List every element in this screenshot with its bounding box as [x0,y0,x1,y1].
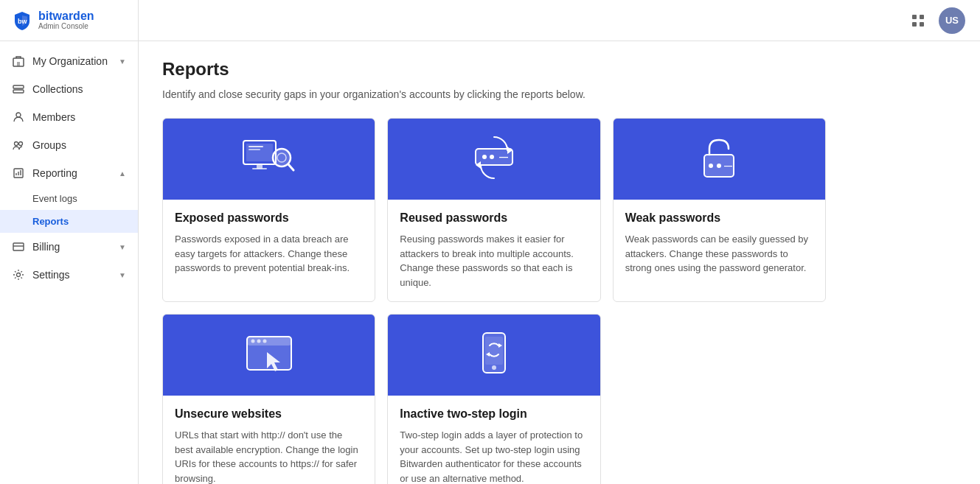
logo-name: bitwarden [38,10,94,23]
sidebar-item-groups-label: Groups [32,139,126,151]
report-card-reused-passwords[interactable]: — Reused passwords Reusing passwords mak… [387,118,600,302]
reporting-icon [12,166,25,180]
sidebar: bw bitwarden Admin Console My Organizati… [0,0,139,484]
svg-rect-2 [17,62,20,66]
report-card-unsecure-desc: URLs that start with http:// don't use t… [175,428,363,484]
svg-rect-3 [13,85,24,88]
user-avatar[interactable]: US [939,7,965,34]
sidebar-navigation: My Organization ▼ Collections Members Gr… [0,41,138,295]
report-card-inactive-two-step[interactable]: Inactive two-step login Two-step login a… [387,314,600,484]
report-card-unsecure-body: Unsecure websites URLs that start with h… [163,396,375,484]
report-card-weak-body: Weak passwords Weak passwords can be eas… [614,200,825,287]
sidebar-item-settings-label: Settings [32,269,119,281]
sidebar-item-my-organization[interactable]: My Organization ▼ [0,47,138,75]
sidebar-item-collections[interactable]: Collections [0,75,138,103]
sidebar-item-settings[interactable]: Settings ▼ [0,261,138,289]
sidebar-item-members[interactable]: Members [0,103,138,131]
svg-point-46 [492,365,496,370]
report-card-unsecure-image [163,315,375,396]
report-card-exposed-passwords[interactable]: Exposed passwords Passwords exposed in a… [162,118,375,302]
sidebar-item-reporting[interactable]: Reporting ▲ [0,159,138,187]
svg-rect-24 [249,149,260,150]
svg-point-30 [490,155,494,159]
main-wrapper: US Reports Identify and close security g… [139,0,980,484]
billing-icon [12,240,25,253]
sidebar-subitem-reports-label: Reports [32,216,69,227]
reports-grid: Exposed passwords Passwords exposed in a… [162,118,826,484]
report-card-reused-body: Reused passwords Reusing passwords makes… [388,200,600,301]
report-card-reused-image: — [388,119,600,200]
svg-rect-23 [249,146,263,147]
person-icon [12,111,25,124]
svg-line-26 [288,164,293,170]
sidebar-item-billing[interactable]: Billing ▼ [0,233,138,261]
report-card-weak-desc: Weak passwords can be easily guessed by … [625,232,813,276]
sidebar-subitem-event-logs[interactable]: Event logs [0,187,138,210]
svg-text:—: — [499,152,508,162]
report-card-exposed-image [163,119,375,200]
sidebar-item-collections-label: Collections [32,83,126,95]
svg-rect-21 [252,168,267,169]
chevron-down-icon: ▼ [119,57,126,66]
apps-grid-icon[interactable] [906,9,930,32]
chevron-down-icon-settings: ▼ [119,271,126,279]
svg-point-40 [251,340,254,343]
report-card-inactive-desc: Two-step login adds a layer of protectio… [400,428,588,484]
sidebar-item-members-label: Members [32,111,126,123]
building-icon [12,55,25,68]
sidebar-subitem-reports[interactable]: Reports [0,210,138,233]
sidebar-item-groups[interactable]: Groups [0,131,138,159]
svg-rect-45 [485,337,503,365]
svg-text:—: — [724,161,732,170]
report-card-exposed-title: Exposed passwords [175,211,363,225]
report-card-inactive-title: Inactive two-step login [400,407,588,421]
sidebar-item-reporting-label: Reporting [32,167,119,179]
report-card-weak-title: Weak passwords [625,211,813,225]
svg-rect-16 [920,15,924,19]
svg-point-36 [717,164,721,168]
svg-text:bw: bw [18,18,27,25]
bitwarden-logo-icon: bw [12,10,32,31]
chevron-down-icon-billing: ▼ [119,243,126,251]
svg-point-42 [263,340,266,343]
svg-point-35 [709,164,713,168]
svg-point-5 [16,113,21,117]
report-card-weak-passwords[interactable]: — Weak passwords Weak passwords can be e… [613,118,826,302]
svg-rect-17 [912,22,917,27]
sidebar-item-billing-label: Billing [32,241,119,253]
top-header-bar: US [139,0,980,41]
logo-text: bitwarden Admin Console [38,10,94,32]
page-content: Reports Identify and close security gaps… [139,41,980,484]
settings-icon [12,268,25,281]
report-card-exposed-body: Exposed passwords Passwords exposed in a… [163,200,375,287]
sidebar-item-my-organization-label: My Organization [32,55,119,67]
groups-icon [12,138,25,152]
svg-point-29 [482,155,487,159]
svg-rect-12 [13,243,24,250]
svg-rect-4 [13,90,24,93]
svg-rect-18 [920,22,924,27]
report-card-unsecure-websites[interactable]: Unsecure websites URLs that start with h… [162,314,375,484]
svg-point-7 [19,142,23,146]
chevron-up-icon: ▲ [119,169,126,178]
report-card-inactive-image [388,315,600,396]
report-card-weak-image: — [614,119,825,200]
sidebar-subitem-event-logs-label: Event logs [32,193,77,204]
logo-subtitle: Admin Console [38,22,94,31]
page-subtitle: Identify and close security gaps in your… [162,88,956,100]
report-card-reused-title: Reused passwords [400,211,588,225]
svg-point-41 [257,340,260,343]
svg-point-6 [15,142,18,146]
report-card-exposed-desc: Passwords exposed in a data breach are e… [175,232,363,276]
report-card-inactive-body: Inactive two-step login Two-step login a… [388,396,600,484]
report-card-reused-desc: Reusing passwords makes it easier for at… [400,232,588,290]
logo-area: bw bitwarden Admin Console [0,0,138,41]
page-title: Reports [162,59,956,80]
svg-point-14 [17,273,21,277]
svg-rect-15 [912,15,917,19]
report-card-unsecure-title: Unsecure websites [175,407,363,421]
collection-icon [12,83,25,96]
